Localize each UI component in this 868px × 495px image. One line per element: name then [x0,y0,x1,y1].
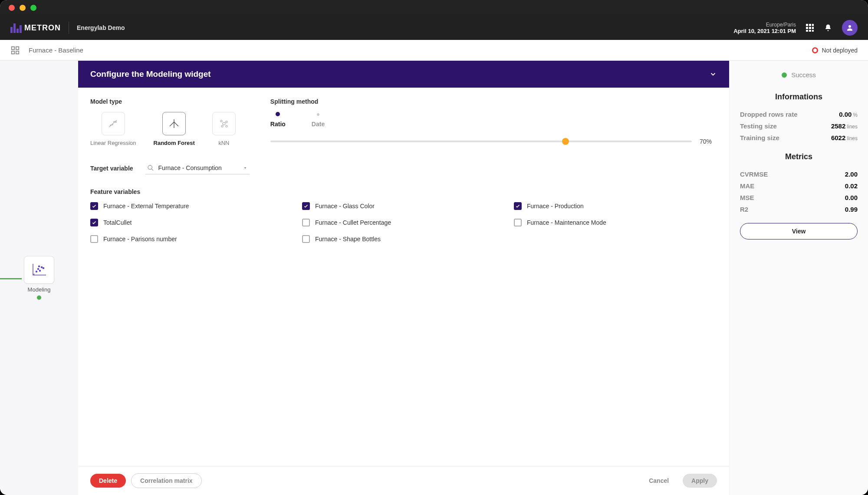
split-tab-date[interactable]: Date [312,112,325,128]
pipeline-connector [0,278,22,279]
chevron-down-icon [709,70,717,78]
ratio-slider-thumb[interactable] [562,138,569,145]
dashboard-icon[interactable] [10,46,20,55]
node-label: Modeling [28,286,51,293]
feature-checkbox-item[interactable]: TotalCullet [90,219,293,226]
apply-button[interactable]: Apply [683,474,717,488]
feature-checkbox-item[interactable]: Furnace - Glass Color [302,202,505,210]
checkbox[interactable] [90,202,98,210]
apps-grid-icon[interactable] [806,23,814,32]
info-row: Training size6022lines [740,132,858,144]
feature-checkbox-item[interactable]: Furnace - Shape Bottles [302,235,505,243]
maximize-window-button[interactable] [30,5,36,11]
model-type-label-text: kNN [218,140,229,146]
cancel-button[interactable]: Cancel [640,474,677,488]
timezone-text: Europe/Paris [733,22,796,28]
svg-point-27 [221,125,223,127]
info-label: Testing size [740,122,777,130]
feature-label: Furnace - Parisons number [103,236,177,243]
metric-value: 0.99 [845,206,858,213]
window-titlebar [0,0,868,16]
checkbox[interactable] [514,202,522,210]
checkbox[interactable] [90,235,98,243]
split-tab-ratio[interactable]: Ratio [270,112,286,128]
svg-point-18 [43,268,44,269]
feature-checkbox-item[interactable]: Furnace - Cullet Percentage [302,219,505,226]
checkbox[interactable] [302,235,310,243]
svg-rect-10 [12,46,14,49]
svg-point-21 [112,124,113,125]
scatter-chart-icon [30,262,48,278]
info-row: Dropped rows rate0.00% [740,108,858,120]
metric-label: MAE [740,182,754,190]
correlation-matrix-button[interactable]: Correlation matrix [131,473,202,488]
metric-label: R2 [740,206,748,213]
svg-rect-4 [809,27,811,29]
svg-point-17 [41,267,43,268]
feature-checkbox-item[interactable]: Furnace - Maintenance Mode [514,219,717,226]
config-title: Configure the Modeling widget [90,69,211,79]
svg-point-25 [220,120,222,122]
random-forest-icon [168,118,180,130]
svg-point-29 [148,165,152,169]
feature-checkbox-item[interactable]: Furnace - Parisons number [90,235,293,243]
feature-checkbox-item[interactable]: Furnace - Production [514,202,717,210]
metric-value: 2.00 [845,170,858,178]
metric-row: CVRMSE2.00 [740,168,858,180]
user-avatar[interactable] [842,20,858,36]
svg-point-22 [114,121,115,122]
deploy-status: Not deployed [812,47,858,54]
breadcrumb[interactable]: Furnace - Baseline [29,46,83,54]
model-type-linear-regression[interactable]: Linear Regression [90,112,136,146]
ratio-slider-track[interactable] [270,141,692,142]
brand-text: METRON [24,23,61,33]
feature-label: Furnace - Cullet Percentage [315,219,391,226]
svg-point-19 [39,266,40,267]
status-ring-icon [812,47,818,53]
svg-rect-7 [809,30,811,32]
model-type-label: Model type [90,98,236,105]
delete-button[interactable]: Delete [90,474,126,488]
metrics-title: Metrics [740,152,858,161]
checkbox[interactable] [302,202,310,210]
checkbox[interactable] [302,219,310,226]
info-label: Dropped rows rate [740,111,798,118]
target-variable-select[interactable]: Furnace - Consumption [145,162,250,174]
success-dot-icon [782,72,787,78]
checkbox[interactable] [90,219,98,226]
model-type-label-text: Linear Regression [90,140,136,146]
pipeline-node-modeling[interactable]: Modeling [24,256,54,300]
svg-rect-6 [806,30,808,32]
svg-point-28 [226,125,227,127]
feature-checkbox-item[interactable]: Furnace - External Temperature [90,202,293,210]
metric-value: 0.02 [845,182,858,190]
metric-value: 0.00 [845,194,858,201]
brand-logo[interactable]: METRON [10,23,61,33]
project-name[interactable]: Energylab Demo [77,24,125,31]
deploy-status-text: Not deployed [822,47,858,54]
view-button[interactable]: View [740,223,858,239]
datetime-display: Europe/Paris April 10, 2021 12:01 PM [733,22,796,34]
metric-label: CVRMSE [740,170,768,178]
svg-rect-12 [12,51,14,53]
checkbox[interactable] [514,219,522,226]
close-window-button[interactable] [9,5,15,11]
minimize-window-button[interactable] [20,5,26,11]
model-type-knn[interactable]: kNN [212,112,236,146]
bell-icon[interactable] [824,23,832,32]
logo-icon [10,23,22,33]
svg-point-14 [36,271,37,272]
metric-row: MAE0.02 [740,180,858,192]
feature-label: TotalCullet [103,219,132,226]
svg-rect-13 [16,51,19,53]
config-header[interactable]: Configure the Modeling widget [78,61,729,88]
info-label: Training size [740,134,779,141]
svg-rect-8 [812,30,814,32]
svg-point-26 [226,121,227,123]
svg-rect-5 [812,27,814,29]
chevron-down-icon [243,165,248,170]
model-type-random-forest[interactable]: Random Forest [154,112,195,146]
ratio-slider-value: 70% [700,138,717,145]
svg-point-20 [110,125,111,126]
svg-point-9 [848,25,851,28]
